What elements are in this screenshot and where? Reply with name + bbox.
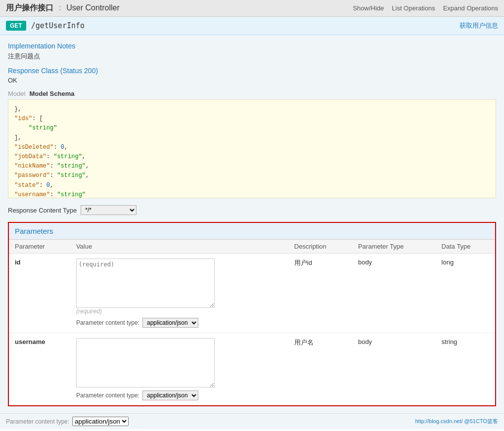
endpoint-path: /getUserInfo: [31, 21, 85, 30]
param-type-0: body: [358, 259, 372, 266]
implementation-notes-section: Implementation Notes 注意问题点: [8, 42, 496, 61]
param-name-0: id: [15, 259, 21, 266]
param-type-1: body: [358, 338, 372, 345]
tab-model-schema[interactable]: Model Schema: [29, 90, 74, 97]
endpoint-description: 获取用户信息: [459, 21, 498, 30]
param-content-type-label-0: Parameter content type:: [76, 319, 139, 326]
param-data-type-1: string: [442, 338, 458, 345]
response-class-status: OK: [8, 77, 496, 84]
footer-content-type-label: Parameter content type:: [6, 418, 69, 425]
col-value: Value: [70, 240, 288, 254]
implementation-notes-title: Implementation Notes: [8, 42, 496, 50]
list-operations-link[interactable]: List Operations: [392, 4, 435, 12]
parameters-table: Parameter Value Description Parameter Ty…: [9, 240, 495, 405]
col-parameter-type: Parameter Type: [352, 240, 436, 254]
code-block[interactable]: }, "ids": [ "string" ], "isDeleted": 0, …: [8, 99, 496, 198]
parameters-title: Parameters: [15, 227, 53, 235]
response-content-type-label: Response Content Type: [8, 207, 77, 214]
tab-model[interactable]: Model: [8, 90, 25, 97]
footer-url-text: http://blog.csdn.net/ @51CTO篮客: [415, 418, 499, 424]
param-data-type-0: long: [442, 259, 454, 266]
title-cn: 用户操作接口: [6, 3, 53, 12]
endpoint-bar: GET /getUserInfo 获取用户信息: [0, 17, 504, 35]
top-bar: 用户操作接口 : User Controller Show/Hide List …: [0, 0, 504, 17]
page-title: 用户操作接口 : User Controller: [6, 3, 120, 13]
main-content: Implementation Notes 注意问题点 Response Clas…: [0, 35, 504, 413]
param-desc-1: 用户名: [294, 339, 314, 346]
implementation-notes-text: 注意问题点: [8, 52, 496, 61]
col-data-type: Data Type: [436, 240, 495, 254]
footer-content-type: Parameter content type: application/json…: [6, 417, 129, 426]
top-bar-links: Show/Hide List Operations Expand Operati…: [345, 4, 498, 12]
col-description: Description: [288, 240, 352, 254]
param-content-type-row-1: Parameter content type: application/json…: [76, 390, 282, 400]
title-en: User Controller: [66, 3, 120, 12]
param-desc-0: 用户id: [294, 259, 312, 266]
param-content-type-row-0: Parameter content type: application/json…: [76, 318, 282, 328]
table-row: username Parameter content type: applica…: [9, 333, 495, 406]
parameters-section: Parameters Parameter Value Description P…: [8, 222, 496, 406]
response-class-section: Response Class (Status 200) OK: [8, 67, 496, 84]
footer-url: http://blog.csdn.net/ @51CTO篮客: [415, 418, 499, 425]
response-class-title: Response Class (Status 200): [8, 67, 496, 75]
param-name-1: username: [15, 338, 45, 345]
footer-bar: Parameter content type: application/json…: [0, 413, 504, 429]
table-row: id (required) Parameter content type: ap…: [9, 254, 495, 333]
params-table-header-row: Parameter Value Description Parameter Ty…: [9, 240, 495, 254]
param-value-input-0[interactable]: [76, 259, 215, 308]
param-content-type-label-1: Parameter content type:: [76, 392, 139, 399]
model-tabs: Model Model Schema: [8, 90, 496, 97]
footer-content-type-select[interactable]: application/json text/plain: [72, 417, 129, 426]
expand-operations-link[interactable]: Expand Operations: [443, 4, 498, 12]
method-badge: GET: [6, 21, 26, 31]
parameters-header: Parameters: [9, 223, 495, 240]
show-hide-link[interactable]: Show/Hide: [353, 4, 384, 12]
response-content-type-row: Response Content Type */* application/js…: [8, 205, 496, 215]
param-value-input-1[interactable]: [76, 338, 215, 388]
col-parameter: Parameter: [9, 240, 70, 254]
param-placeholder-0: (required): [76, 308, 282, 315]
title-separator: :: [58, 3, 63, 12]
param-content-type-select-0[interactable]: application/json text/plain: [142, 318, 198, 328]
response-content-type-select[interactable]: */* application/json text/plain: [81, 205, 137, 215]
param-content-type-select-1[interactable]: application/json text/plain: [142, 390, 198, 400]
